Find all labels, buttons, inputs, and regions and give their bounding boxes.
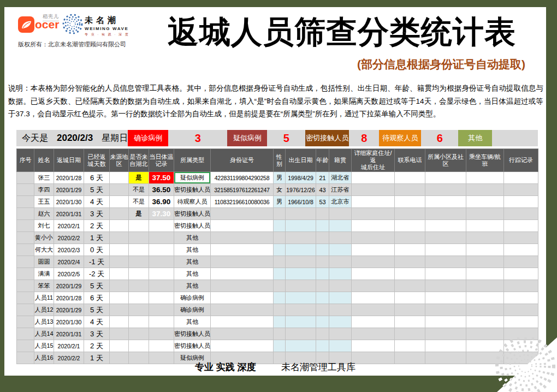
table-cell[interactable]	[395, 304, 425, 316]
table-cell[interactable]	[316, 328, 329, 340]
table-cell[interactable]	[504, 220, 538, 232]
table-cell[interactable]	[395, 316, 425, 328]
table-cell[interactable]	[329, 232, 352, 244]
table-cell[interactable]: 密切接触人员	[174, 208, 211, 220]
table-cell[interactable]: 2020/1/31	[54, 208, 84, 220]
table-cell[interactable]	[504, 196, 538, 208]
table-cell[interactable]	[110, 244, 129, 256]
table-cell[interactable]	[211, 256, 274, 268]
table-cell[interactable]: 2020/1/30	[54, 316, 84, 328]
table-cell[interactable]	[274, 304, 286, 316]
table-cell[interactable]	[466, 232, 504, 244]
table-cell[interactable]: 6 天	[84, 292, 110, 304]
table-cell[interactable]	[286, 304, 316, 316]
table-cell[interactable]	[149, 304, 174, 316]
table-cell[interactable]	[329, 340, 352, 352]
table-cell[interactable]	[352, 184, 395, 196]
table-cell[interactable]: 其他	[174, 316, 211, 328]
table-cell[interactable]	[211, 280, 274, 292]
table-cell[interactable]	[110, 304, 129, 316]
table-cell[interactable]	[17, 184, 34, 196]
table-cell[interactable]	[149, 268, 174, 280]
table-cell[interactable]: 4 天	[84, 196, 110, 208]
table-cell[interactable]	[286, 232, 316, 244]
table-cell[interactable]	[149, 316, 174, 328]
table-cell[interactable]: 男	[274, 172, 286, 184]
table-cell[interactable]	[425, 256, 466, 268]
table-cell[interactable]	[316, 208, 329, 220]
table-cell[interactable]	[504, 316, 538, 328]
table-cell[interactable]	[286, 208, 316, 220]
table-cell[interactable]: 1 天	[84, 232, 110, 244]
table-cell[interactable]: 江苏省	[329, 184, 352, 196]
table-cell[interactable]	[274, 244, 286, 256]
table-cell[interactable]	[274, 316, 286, 328]
table-cell[interactable]	[274, 208, 286, 220]
table-cell[interactable]: 2 天	[84, 220, 110, 232]
table-cell[interactable]	[110, 208, 129, 220]
table-cell[interactable]: 确诊病例	[174, 304, 211, 316]
table-cell[interactable]	[425, 184, 466, 196]
table-cell[interactable]	[316, 280, 329, 292]
table-cell[interactable]: 李四	[34, 184, 54, 196]
table-cell[interactable]: 2020/1/31	[54, 328, 84, 340]
table-cell[interactable]	[274, 220, 286, 232]
table-cell[interactable]	[110, 172, 129, 184]
table-cell[interactable]	[110, 184, 129, 196]
table-cell[interactable]: 2020/2/1	[54, 340, 84, 352]
table-cell[interactable]	[466, 292, 504, 304]
table-cell[interactable]	[466, 196, 504, 208]
dropdown-arrow-icon[interactable]: ▼	[210, 173, 211, 183]
table-cell[interactable]	[395, 256, 425, 268]
table-cell[interactable]	[211, 340, 274, 352]
table-cell[interactable]	[211, 316, 274, 328]
table-cell[interactable]	[110, 196, 129, 208]
table-cell[interactable]	[466, 304, 504, 316]
table-cell[interactable]	[274, 340, 286, 352]
table-cell[interactable]	[329, 208, 352, 220]
table-cell[interactable]	[352, 220, 395, 232]
table-cell[interactable]	[211, 304, 274, 316]
table-cell[interactable]	[286, 280, 316, 292]
table-cell[interactable]: 37.50	[149, 172, 174, 184]
table-cell[interactable]	[425, 196, 466, 208]
table-cell[interactable]	[329, 280, 352, 292]
table-cell[interactable]	[129, 328, 149, 340]
table-cell[interactable]	[504, 172, 538, 184]
table-cell[interactable]: 53	[316, 196, 329, 208]
table-cell[interactable]	[466, 316, 504, 328]
table-cell[interactable]	[425, 172, 466, 184]
table-cell[interactable]: 是	[129, 208, 149, 220]
table-cell[interactable]: 2 天	[84, 340, 110, 352]
table-cell[interactable]	[110, 280, 129, 292]
table-cell[interactable]	[329, 292, 352, 304]
table-cell[interactable]	[395, 292, 425, 304]
table-cell[interactable]: 43	[316, 184, 329, 196]
table-cell[interactable]	[425, 244, 466, 256]
table-cell[interactable]: 110832196610080036	[211, 196, 274, 208]
table-cell[interactable]: 密切接触人员	[174, 340, 211, 352]
table-cell[interactable]	[466, 172, 504, 184]
table-cell[interactable]	[504, 268, 538, 280]
table-cell[interactable]: 36.90	[149, 196, 174, 208]
table-cell[interactable]	[352, 172, 395, 184]
table-cell[interactable]: 密切接触人员	[174, 184, 211, 196]
table-cell[interactable]: 人员13	[34, 316, 54, 328]
table-cell[interactable]	[286, 316, 316, 328]
table-cell[interactable]	[466, 184, 504, 196]
table-cell[interactable]	[274, 328, 286, 340]
table-cell[interactable]	[211, 232, 274, 244]
table-cell[interactable]	[17, 316, 34, 328]
table-cell[interactable]	[504, 280, 538, 292]
table-cell[interactable]: 男	[274, 196, 286, 208]
table-cell[interactable]	[286, 256, 316, 268]
table-cell[interactable]	[17, 340, 34, 352]
table-cell[interactable]	[129, 232, 149, 244]
table-cell[interactable]: 3 天	[84, 208, 110, 220]
table-cell[interactable]	[504, 208, 538, 220]
table-cell[interactable]: 刘七	[34, 220, 54, 232]
table-cell[interactable]: 其他	[174, 256, 211, 268]
table-cell[interactable]: 人员15	[34, 340, 54, 352]
table-cell[interactable]: 其他	[174, 232, 211, 244]
table-cell[interactable]: 2020/2/2	[54, 232, 84, 244]
